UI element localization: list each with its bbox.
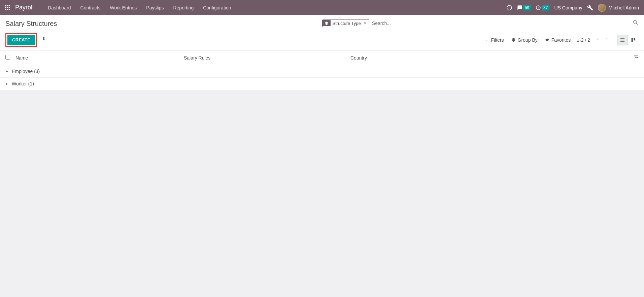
user-menu[interactable]: Mitchell Admin bbox=[598, 4, 639, 12]
group-row-employee[interactable]: Employee (3) bbox=[0, 65, 644, 78]
avatar bbox=[598, 4, 606, 12]
group-row-worker[interactable]: Worker (1) bbox=[0, 78, 644, 90]
group-label: Employee (3) bbox=[12, 69, 40, 74]
pager-text[interactable]: 1-2 / 2 bbox=[577, 37, 590, 43]
header-rules[interactable]: Salary Rules bbox=[184, 55, 350, 61]
group-label: Worker (1) bbox=[12, 81, 34, 86]
search-input[interactable] bbox=[369, 19, 630, 27]
list-header: Name Salary Rules Country bbox=[0, 50, 644, 65]
messages-button[interactable]: 59 bbox=[517, 5, 531, 10]
chip-remove-icon[interactable]: ✕ bbox=[363, 20, 369, 27]
chip-label: Structure Type bbox=[331, 20, 363, 27]
groupby-button[interactable]: Group By bbox=[511, 37, 538, 43]
caret-right-icon bbox=[5, 69, 8, 74]
view-list-button[interactable] bbox=[617, 35, 628, 45]
activity-badge: 37 bbox=[542, 5, 549, 10]
select-all-checkbox[interactable] bbox=[5, 55, 10, 60]
filter-chip-structure-type[interactable]: Structure Type ✕ bbox=[322, 20, 369, 27]
nav-reporting[interactable]: Reporting bbox=[168, 0, 198, 15]
favorites-label: Favorites bbox=[551, 37, 571, 43]
user-name: Mitchell Admin bbox=[609, 5, 639, 10]
company-selector[interactable]: US Company bbox=[554, 5, 582, 10]
page-title: Salary Structures bbox=[5, 20, 57, 28]
pager-next-icon[interactable] bbox=[602, 36, 611, 44]
search-icon[interactable] bbox=[633, 20, 639, 27]
filters-label: Filters bbox=[491, 37, 504, 43]
activity-button[interactable]: 37 bbox=[536, 5, 549, 10]
nav-payslips[interactable]: Payslips bbox=[141, 0, 168, 15]
pager: 1-2 / 2 bbox=[577, 36, 611, 44]
view-kanban-button[interactable] bbox=[628, 35, 639, 45]
pager-prev-icon[interactable] bbox=[594, 36, 602, 44]
messages-badge: 59 bbox=[523, 5, 531, 10]
caret-right-icon bbox=[5, 81, 8, 86]
list-view: Name Salary Rules Country Employee (3) W… bbox=[0, 50, 644, 90]
groupby-label: Group By bbox=[518, 37, 538, 43]
create-highlight: CREATE bbox=[5, 33, 37, 47]
search-bar[interactable]: Structure Type ✕ bbox=[322, 19, 639, 28]
header-name[interactable]: Name bbox=[15, 55, 184, 61]
navbar: Payroll Dashboard Contracts Work Entries… bbox=[0, 0, 644, 15]
header-country[interactable]: Country bbox=[350, 55, 629, 61]
nav-contracts[interactable]: Contracts bbox=[76, 0, 105, 15]
control-panel: Salary Structures Structure Type ✕ CREAT… bbox=[0, 15, 644, 50]
nav-work-entries[interactable]: Work Entries bbox=[105, 0, 141, 15]
favorites-button[interactable]: Favorites bbox=[545, 37, 571, 43]
create-button[interactable]: CREATE bbox=[7, 35, 35, 45]
nav-dashboard[interactable]: Dashboard bbox=[43, 0, 76, 15]
export-icon[interactable] bbox=[41, 37, 46, 43]
nav-configuration[interactable]: Configuration bbox=[198, 0, 236, 15]
debug-icon[interactable] bbox=[587, 5, 593, 11]
column-options-icon[interactable] bbox=[629, 54, 639, 61]
app-name[interactable]: Payroll bbox=[15, 4, 34, 11]
layers-icon bbox=[323, 20, 331, 26]
support-icon[interactable] bbox=[506, 5, 512, 11]
filters-button[interactable]: Filters bbox=[484, 37, 504, 43]
apps-icon[interactable] bbox=[5, 5, 10, 10]
